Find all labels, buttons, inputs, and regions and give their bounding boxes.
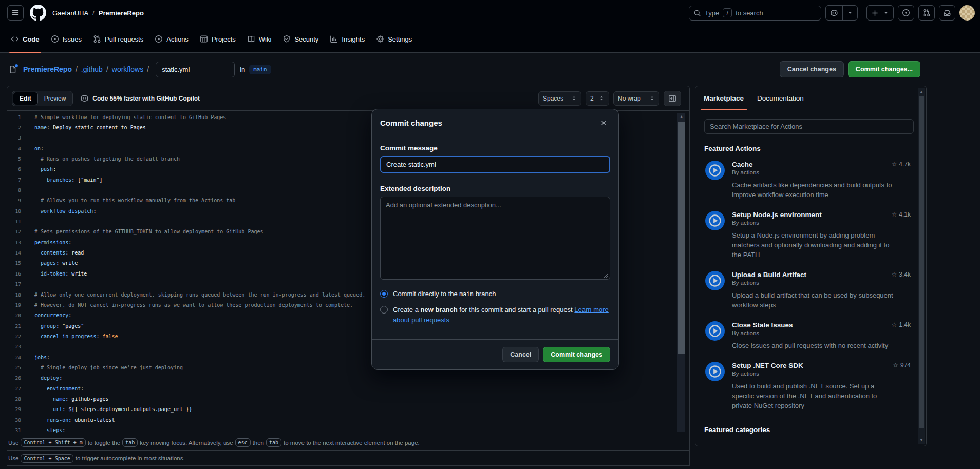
nav-tab-label: Issues [63,35,82,43]
pull-requests-button[interactable] [918,5,935,21]
nav-tab-label: Settings [388,35,412,43]
copilot-icon [826,6,842,20]
nav-tab-label: Pull requests [105,35,143,43]
copilot-icon [80,94,89,103]
create-new-button[interactable] [866,5,894,21]
hamburger-menu-button[interactable] [7,5,24,21]
action-description: Upload a build artifact that can be used… [732,290,897,310]
copilot-button[interactable] [825,5,858,21]
sort-arrows-icon [571,95,577,101]
filename-input[interactable] [156,62,235,77]
commit-direct-option[interactable]: Commit directly to the main branch [380,289,610,299]
line-number: 15 [7,260,21,266]
kbd-key: esc [235,438,251,447]
close-dialog-button[interactable] [597,116,610,129]
commit-new-branch-option[interactable]: Create a new branch for this commit and … [380,305,610,325]
scroll-up-icon[interactable]: ▲ [677,113,685,120]
tab-edit[interactable]: Edit [13,92,38,105]
copilot-dropdown-caret[interactable] [842,6,857,20]
global-search-input[interactable]: Type / to search [689,6,821,21]
code-line-content: contents: read [21,250,84,256]
resize-handle-icon[interactable] [602,272,608,278]
dialog-commit-button[interactable]: Commit changes [543,347,610,362]
plus-icon [867,6,883,20]
action-title-link[interactable]: Cache [732,161,753,168]
nav-tab-pull-requests[interactable]: Pull requests [88,26,148,52]
kbd-key: Control + Shift + m [21,438,85,447]
action-author: By actions [732,330,911,336]
radio-unselected-icon[interactable] [380,306,388,314]
repo-nav: CodeIssuesPull requestsActionsProjectsWi… [0,26,980,53]
commit-changes-open-button[interactable]: Commit changes... [848,61,920,77]
action-title-link[interactable]: Setup .NET Core SDK [732,362,803,369]
slash-key-hint: / [723,8,732,17]
tab-documentation[interactable]: Documentation [757,86,804,110]
nav-tab-projects[interactable]: Projects [195,26,240,52]
issues-button[interactable] [898,5,914,21]
line-number: 27 [7,386,21,392]
code-line-content: # Sets permissions of the GITHUB_TOKEN t… [21,229,263,234]
nav-tab-label: Code [23,35,40,43]
star-count: 974 [900,362,911,369]
star-count: 1.4k [899,321,911,328]
nav-tab-issues[interactable]: Issues [46,26,87,52]
nav-tab-settings[interactable]: Settings [371,26,417,52]
code-line: 29 url: ${{ steps.deployment.outputs.pag… [7,404,689,415]
sidebar-scrollbar-thumb[interactable] [919,96,924,428]
extended-description-textarea[interactable] [380,197,610,280]
copilot-promo: Code 55% faster with GitHub Copilot [80,94,200,103]
breadcrumb-dir-workflows[interactable]: workflows [112,65,143,73]
action-title-link[interactable]: Close Stale Issues [732,321,793,329]
org-link[interactable]: GaetanUHA [52,9,88,17]
scroll-down-icon[interactable]: ▼ [918,437,925,444]
line-number: 30 [7,417,21,423]
action-play-icon [705,321,725,350]
nav-tab-label: Security [294,35,318,43]
branch-badge: main [249,65,271,74]
nav-tab-actions[interactable]: Actions [150,26,193,52]
scroll-up-icon[interactable]: ▲ [918,88,925,95]
sort-arrows-icon [599,95,605,101]
star-count: 4.1k [899,211,911,218]
extended-description-label: Extended description [380,185,610,192]
breadcrumb-repo-link[interactable]: PremiereRepo [23,65,72,73]
tab-marketplace[interactable]: Marketplace [704,86,744,110]
tab-preview[interactable]: Preview [38,92,72,105]
action-title-link[interactable]: Setup Node.js environment [732,211,822,219]
breadcrumb-dir-github[interactable]: .github [81,65,103,73]
repo-link[interactable]: PremiereRepo [99,9,144,17]
wrap-mode-select[interactable]: No wrap [613,91,659,106]
indent-mode-select[interactable]: Spaces [538,91,581,106]
git-pull-request-icon [922,9,931,17]
line-number: 4 [7,146,21,151]
book-icon [247,35,255,43]
hamburger-icon [11,9,20,17]
marketplace-search-input[interactable] [704,119,914,134]
commit-message-input[interactable] [380,156,610,173]
nav-tab-wiki[interactable]: Wiki [242,26,276,52]
editor-scrollbar[interactable]: ▲ [677,113,685,432]
sidebar-tabs: Marketplace Documentation [695,86,926,110]
create-dropdown-caret [883,6,893,20]
inbox-button[interactable] [939,5,955,21]
code-line-content: workflow_dispatch: [21,208,96,214]
line-number: 28 [7,396,21,402]
dialog-cancel-button[interactable]: Cancel [502,347,539,362]
code-line: 26 deploy: [7,373,689,383]
action-title-link[interactable]: Upload a Build Artifact [732,271,806,279]
editor-scrollbar-thumb[interactable] [678,122,685,354]
cancel-changes-button[interactable]: Cancel changes [780,61,844,77]
side-panel-toggle-button[interactable] [664,91,681,106]
github-logo-icon[interactable] [30,5,46,21]
line-number: 20 [7,312,21,318]
radio-selected-icon[interactable] [380,290,388,298]
nav-tab-code[interactable]: Code [6,26,44,52]
nav-tab-security[interactable]: Security [278,26,323,52]
action-play-icon [705,161,725,200]
action-author: By actions [732,280,911,286]
sidebar-scrollbar[interactable]: ▲ ▼ [918,88,925,444]
user-avatar[interactable] [959,5,975,21]
nav-tab-insights[interactable]: Insights [325,26,369,52]
global-header: GaetanUHA / PremiereRepo Type / to searc… [0,0,980,26]
indent-size-select[interactable]: 2 [586,91,609,106]
